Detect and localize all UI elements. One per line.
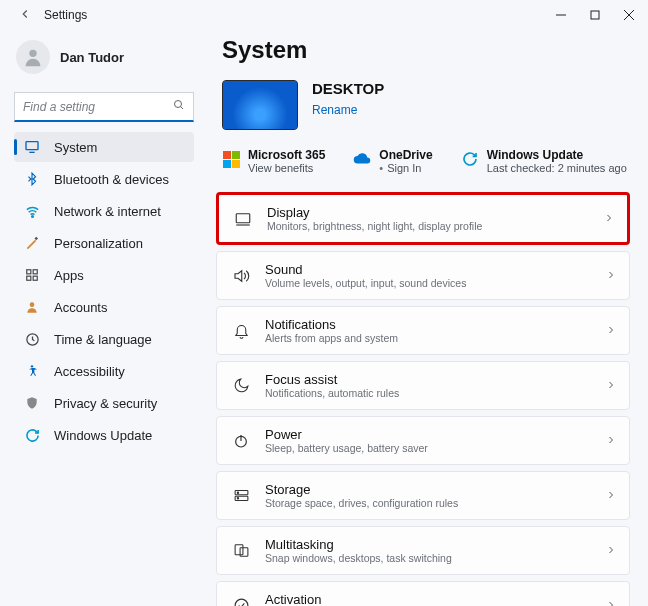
sidebar-item-system[interactable]: System <box>14 132 194 162</box>
svg-point-15 <box>30 302 35 307</box>
setting-title: Display <box>267 205 589 220</box>
setting-title: Notifications <box>265 317 591 332</box>
rename-link[interactable]: Rename <box>312 103 384 117</box>
svg-point-24 <box>237 492 238 493</box>
setting-display[interactable]: DisplayMonitors, brightness, night light… <box>216 192 630 245</box>
tile-windowsupdate[interactable]: Windows Update Last checked: 2 minutes a… <box>461 148 627 174</box>
setting-title: Focus assist <box>265 372 591 387</box>
setting-notifications[interactable]: NotificationsAlerts from apps and system <box>216 306 630 355</box>
sidebar-item-label: Accessibility <box>54 364 125 379</box>
sidebar-item-accounts[interactable]: Accounts <box>14 292 194 322</box>
check-circle-icon <box>231 596 251 607</box>
chevron-right-icon <box>605 597 617 607</box>
setting-power[interactable]: PowerSleep, battery usage, battery saver <box>216 416 630 465</box>
chevron-right-icon <box>605 487 617 505</box>
setting-multitasking[interactable]: MultitaskingSnap windows, desktops, task… <box>216 526 630 575</box>
back-button[interactable] <box>10 3 40 28</box>
sidebar-item-label: System <box>54 140 97 155</box>
setting-title: Power <box>265 427 591 442</box>
page-title: System <box>222 36 630 64</box>
svg-rect-14 <box>33 276 37 280</box>
sidebar-item-privacy[interactable]: Privacy & security <box>14 388 194 418</box>
svg-line-6 <box>181 107 184 110</box>
multitask-icon <box>231 541 251 561</box>
accounts-icon <box>24 299 40 315</box>
window-controls <box>544 1 646 29</box>
profile[interactable]: Dan Tudor <box>14 40 194 74</box>
window-title: Settings <box>44 8 87 22</box>
tile-sub: View benefits <box>248 162 325 174</box>
apps-icon <box>24 267 40 283</box>
search-input[interactable] <box>23 100 173 114</box>
svg-rect-11 <box>27 270 31 274</box>
tile-sub: Last checked: 2 minutes ago <box>487 162 627 174</box>
svg-rect-18 <box>236 213 250 222</box>
setting-title: Sound <box>265 262 591 277</box>
minimize-button[interactable] <box>544 1 578 29</box>
device-thumbnail[interactable] <box>222 80 298 130</box>
device-name: DESKTOP <box>312 80 384 97</box>
maximize-button[interactable] <box>578 1 612 29</box>
sidebar-item-network[interactable]: Network & internet <box>14 196 194 226</box>
sidebar-item-label: Bluetooth & devices <box>54 172 169 187</box>
sidebar-item-label: Personalization <box>54 236 143 251</box>
tile-microsoft365[interactable]: Microsoft 365 View benefits <box>222 148 325 174</box>
chevron-right-icon <box>603 210 615 228</box>
content: System DESKTOP Rename Microsoft 365 View… <box>208 30 648 606</box>
device-row: DESKTOP Rename <box>222 80 630 130</box>
svg-point-28 <box>235 599 248 606</box>
tile-title: Microsoft 365 <box>248 148 325 162</box>
setting-focus-assist[interactable]: Focus assistNotifications, automatic rul… <box>216 361 630 410</box>
chevron-right-icon <box>605 322 617 340</box>
svg-rect-10 <box>34 236 38 240</box>
sidebar-item-bluetooth[interactable]: Bluetooth & devices <box>14 164 194 194</box>
setting-desc: Monitors, brightness, night light, displ… <box>267 220 589 232</box>
svg-rect-12 <box>33 270 37 274</box>
svg-rect-26 <box>235 545 243 555</box>
sidebar-item-update[interactable]: Windows Update <box>14 420 194 450</box>
svg-point-17 <box>31 365 33 367</box>
setting-title: Activation <box>265 592 591 606</box>
search-icon <box>173 99 185 114</box>
update-icon <box>24 427 40 443</box>
moon-icon <box>231 376 251 396</box>
setting-sound[interactable]: SoundVolume levels, output, input, sound… <box>216 251 630 300</box>
setting-desc: Snap windows, desktops, task switching <box>265 552 591 564</box>
power-icon <box>231 431 251 451</box>
sidebar-item-accessibility[interactable]: Accessibility <box>14 356 194 386</box>
chevron-right-icon <box>605 432 617 450</box>
wifi-icon <box>24 203 40 219</box>
sidebar-item-apps[interactable]: Apps <box>14 260 194 290</box>
setting-desc: Alerts from apps and system <box>265 332 591 344</box>
update-icon <box>461 150 479 168</box>
setting-storage[interactable]: StorageStorage space, drives, configurat… <box>216 471 630 520</box>
close-button[interactable] <box>612 1 646 29</box>
svg-point-9 <box>31 215 33 217</box>
nav-list: System Bluetooth & devices Network & int… <box>14 132 194 450</box>
setting-desc: Storage space, drives, configuration rul… <box>265 497 591 509</box>
sound-icon <box>231 266 251 286</box>
display-icon <box>233 209 253 229</box>
storage-icon <box>231 486 251 506</box>
sidebar-item-label: Privacy & security <box>54 396 157 411</box>
svg-rect-7 <box>26 142 38 150</box>
svg-point-4 <box>29 50 36 57</box>
microsoft-icon <box>222 150 240 168</box>
setting-activation[interactable]: ActivationActivation state, subscription… <box>216 581 630 606</box>
accessibility-icon <box>24 363 40 379</box>
setting-desc: Notifications, automatic rules <box>265 387 591 399</box>
sidebar-item-personalization[interactable]: Personalization <box>14 228 194 258</box>
tiles-row: Microsoft 365 View benefits OneDrive •Si… <box>222 148 630 174</box>
chevron-right-icon <box>605 267 617 285</box>
sidebar-item-time[interactable]: Time & language <box>14 324 194 354</box>
search-box[interactable] <box>14 92 194 122</box>
tile-onedrive[interactable]: OneDrive •Sign In <box>353 148 432 174</box>
sidebar-item-label: Time & language <box>54 332 152 347</box>
chevron-right-icon <box>605 542 617 560</box>
sidebar-item-label: Network & internet <box>54 204 161 219</box>
system-icon <box>24 139 40 155</box>
clock-icon <box>24 331 40 347</box>
svg-rect-1 <box>591 11 599 19</box>
bell-icon <box>231 321 251 341</box>
setting-title: Multitasking <box>265 537 591 552</box>
